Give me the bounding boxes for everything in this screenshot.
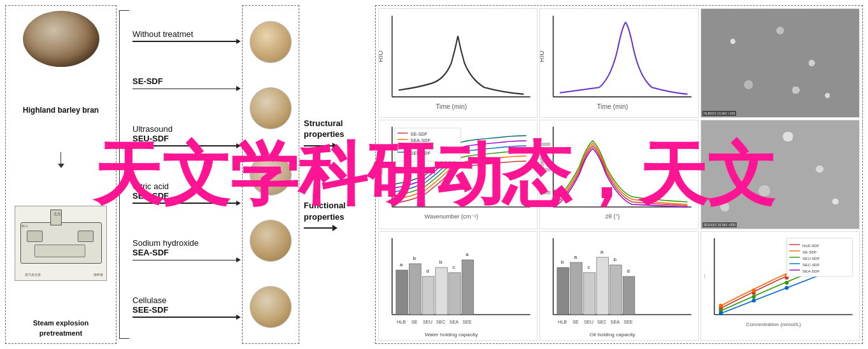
treatment-item-3: Citric acid SEC-SDF bbox=[129, 182, 241, 206]
svg-text:SEC: SEC bbox=[436, 320, 446, 325]
svg-text:d: d bbox=[627, 268, 630, 274]
svg-text:40000: 40000 bbox=[540, 167, 551, 173]
sample-circle-0 bbox=[250, 21, 292, 63]
sample-circle-1 bbox=[250, 87, 292, 129]
chart-bar-water: HLB SE SEU SEC SEA SEE Water holding cap… bbox=[378, 231, 537, 341]
svg-rect-36 bbox=[409, 264, 422, 315]
steam-label: Steam explosion pretreatment bbox=[33, 318, 89, 338]
svg-rect-60 bbox=[597, 257, 609, 315]
svg-text:SEE: SEE bbox=[623, 320, 633, 325]
svg-text:SEA-SDF: SEA-SDF bbox=[802, 269, 820, 273]
treatment-name-4: Sodium hydroxide bbox=[129, 238, 241, 248]
treatment-name-5: Cellulase bbox=[129, 296, 241, 305]
svg-text:SEE-SDF: SEE-SDF bbox=[411, 151, 431, 156]
svg-text:b: b bbox=[613, 257, 616, 262]
svg-text:SEC-SDF: SEC-SDF bbox=[802, 262, 820, 267]
svg-text:SEU: SEU bbox=[423, 320, 432, 325]
treatment-sub-3: SEC-SDF bbox=[129, 191, 241, 201]
down-arrow bbox=[58, 152, 64, 168]
svg-rect-0 bbox=[379, 9, 537, 117]
treatment-item-2: Ultrasound SEU-SDF bbox=[129, 124, 241, 148]
chart-bar-oil: HLB SE SEU SEC SEA SEE Oil holding capac… bbox=[539, 231, 699, 341]
svg-text:Water holding capacity: Water holding capacity bbox=[425, 332, 478, 338]
treatment-item-4: Sodium hydroxide SEA-SDF bbox=[129, 238, 241, 262]
svg-rect-37 bbox=[422, 276, 434, 315]
structural-properties-group: Structuralproperties bbox=[304, 118, 371, 149]
svg-text:b: b bbox=[413, 255, 416, 261]
svg-text:2θ (°): 2θ (°) bbox=[605, 213, 620, 220]
svg-text:Concentration (mmol/L): Concentration (mmol/L) bbox=[746, 322, 802, 327]
svg-text:SEC-SDF: SEC-SDF bbox=[411, 145, 431, 150]
svg-text:a: a bbox=[466, 252, 469, 257]
svg-text:SEA: SEA bbox=[611, 320, 620, 325]
powder-visual bbox=[23, 11, 99, 67]
svg-point-83 bbox=[719, 304, 723, 308]
svg-text:SEE: SEE bbox=[462, 320, 472, 325]
svg-text:SE: SE bbox=[411, 320, 418, 325]
treatment-name-3: Citric acid bbox=[129, 182, 241, 191]
svg-text:Time (min): Time (min) bbox=[597, 103, 628, 110]
svg-text:d: d bbox=[426, 268, 429, 274]
treatment-name-0: Without treatmet bbox=[129, 29, 241, 39]
svg-text:c: c bbox=[453, 264, 455, 270]
svg-text:HLB-SDF: HLB-SDF bbox=[802, 243, 820, 248]
svg-point-88 bbox=[752, 295, 756, 299]
highland-label: Highland barley bran bbox=[23, 106, 99, 115]
svg-text:HLB: HLB bbox=[558, 320, 567, 325]
svg-rect-58 bbox=[571, 262, 583, 315]
treatment-labels: Without treatmet SE-SDF Ultrasound SEU-S… bbox=[129, 5, 241, 344]
svg-text:SE-SDF: SE-SDF bbox=[411, 132, 428, 137]
sample-circle-2 bbox=[250, 153, 292, 196]
svg-rect-5 bbox=[540, 9, 698, 117]
svg-text:SE: SE bbox=[573, 320, 579, 325]
svg-text:SEU: SEU bbox=[584, 320, 594, 325]
svg-text:60000: 60000 bbox=[540, 142, 551, 147]
svg-rect-62 bbox=[623, 276, 635, 315]
treatment-name-1: SE-SDF bbox=[129, 76, 241, 86]
sem-image-1: HLBXXX 10.0kV ×100 bbox=[701, 8, 860, 118]
functional-properties-group: Functionalproperties bbox=[304, 200, 371, 231]
powder-image-container bbox=[23, 11, 99, 68]
chart-gpc-2: Time (min) RIU bbox=[539, 8, 699, 118]
sample-circle-4 bbox=[250, 286, 292, 328]
svg-text:Wavenumber (cm⁻¹): Wavenumber (cm⁻¹) bbox=[425, 213, 478, 220]
svg-text:a: a bbox=[400, 262, 403, 267]
treatment-sub-2: SEU-SDF bbox=[129, 134, 241, 143]
svg-text:c: c bbox=[587, 264, 590, 270]
properties-panel: Structuralproperties Functionalpropertie… bbox=[301, 0, 374, 349]
svg-rect-38 bbox=[436, 267, 448, 315]
svg-point-93 bbox=[785, 286, 788, 290]
svg-text:SEU-SDF: SEU-SDF bbox=[802, 256, 820, 260]
chart-xrd: 2θ (°) Intensity 60000 40000 20000 bbox=[539, 120, 699, 229]
svg-text:RIU: RIU bbox=[540, 50, 545, 62]
svg-text:Time (min): Time (min) bbox=[436, 103, 467, 110]
steam-diagram: 北京 料斗 蒸汽发生器 物料罐 bbox=[15, 206, 107, 281]
svg-text:SE-SDF: SE-SDF bbox=[802, 250, 817, 254]
svg-rect-35 bbox=[396, 270, 408, 315]
chart-ftir: Wavenumber (cm⁻¹) Intensity SE-SDF SEA-S… bbox=[378, 120, 537, 229]
chart-gpc-1: Time (min) RIU bbox=[378, 8, 537, 118]
svg-rect-24 bbox=[540, 120, 698, 229]
chart-scatter: Concentration (mmol/L) ... HLB-SDF SE-SD… bbox=[701, 231, 860, 341]
svg-rect-57 bbox=[557, 267, 569, 315]
circles-panel bbox=[242, 5, 299, 344]
svg-rect-39 bbox=[449, 273, 461, 315]
middle-section: Without treatmet SE-SDF Ultrasound SEU-S… bbox=[119, 5, 241, 344]
functional-label: Functionalproperties bbox=[304, 200, 346, 222]
svg-text:SEC: SEC bbox=[597, 320, 607, 325]
treatment-sub-4: SEA-SDF bbox=[129, 248, 241, 257]
svg-rect-61 bbox=[610, 265, 622, 315]
svg-point-84 bbox=[752, 288, 756, 292]
svg-text:Oil holding capacity: Oil holding capacity bbox=[590, 332, 636, 338]
svg-text:Intensity: Intensity bbox=[379, 155, 384, 174]
left-bracket bbox=[119, 10, 129, 339]
svg-point-92 bbox=[752, 299, 756, 303]
svg-text:SEA: SEA bbox=[450, 320, 459, 325]
svg-point-91 bbox=[719, 311, 723, 315]
svg-text:...: ... bbox=[701, 274, 706, 279]
sample-circle-3 bbox=[250, 220, 292, 262]
svg-text:a: a bbox=[574, 254, 577, 260]
svg-text:RIU: RIU bbox=[379, 50, 384, 62]
treatment-sub-5: SEE-SDF bbox=[129, 305, 241, 315]
treatment-item-5: Cellulase SEE-SDF bbox=[129, 296, 241, 320]
